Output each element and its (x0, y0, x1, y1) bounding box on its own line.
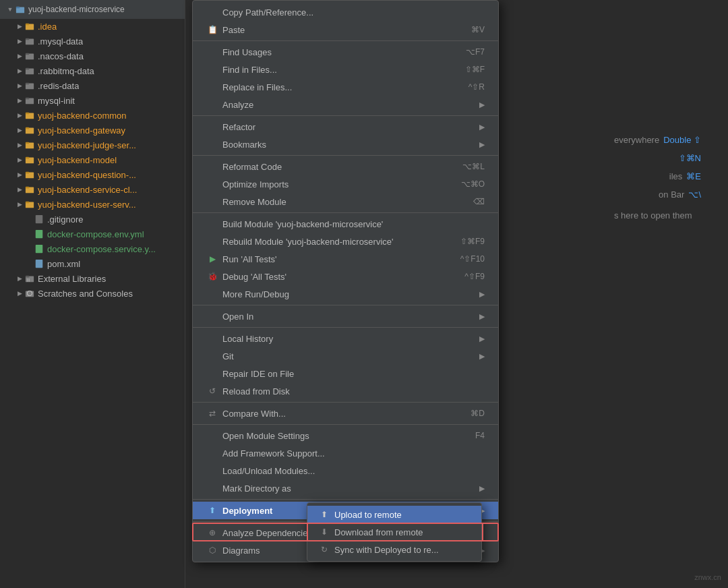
sidebar-item-mysql-data[interactable]: .mysql-data (0, 34, 185, 49)
menu-item-reformat-code[interactable]: Reformat Code ⌥⌘L (193, 158, 498, 175)
sidebar-item-docker-service[interactable]: docker-compose.service.y... (0, 241, 185, 256)
yuoj-model-arrow (15, 155, 24, 165)
download-from-remote-icon: ⬇ (318, 526, 330, 538)
menu-item-build-module[interactable]: Build Module 'yuoj-backend-microservice' (193, 215, 498, 233)
svg-rect-30 (36, 245, 43, 253)
menu-item-open-in[interactable]: Open In ▶ (193, 307, 498, 325)
reformat-icon (206, 160, 218, 173)
menu-item-git[interactable]: Git ▶ (193, 347, 498, 365)
analyze-arrow: ▶ (479, 100, 485, 109)
shortcut-label-4: on Bar (659, 189, 684, 200)
menu-item-find-in-files[interactable]: Find in Files... ⇧⌘F (193, 61, 498, 78)
menu-item-add-framework-support[interactable]: Add Framework Support... (193, 444, 498, 462)
upload-to-remote-icon: ⬆ (318, 508, 330, 521)
compare-with-icon: ⇄ (206, 407, 218, 419)
reformat-shortcut: ⌥⌘L (462, 162, 485, 171)
sidebar-item-yuoj-common[interactable]: yuoj-backend-common (0, 108, 185, 123)
menu-item-bookmarks[interactable]: Bookmarks ▶ (193, 136, 498, 153)
root-arrow[interactable] (5, 5, 15, 14)
menu-item-find-usages[interactable]: Find Usages ⌥F7 (193, 43, 498, 61)
build-module-icon (206, 218, 218, 230)
shortcut-label-3: iles (669, 171, 683, 181)
analyze-icon (206, 98, 218, 111)
menu-item-compare-with[interactable]: ⇄ Compare With... ⌘D (193, 405, 498, 422)
mysql-data-label: .mysql-data (38, 36, 83, 47)
yuoj-gateway-arrow (15, 125, 24, 135)
menu-item-run-all-tests[interactable]: ▶ Run 'All Tests' ^⇧F10 (193, 250, 498, 268)
mysql-init-arrow (15, 96, 24, 105)
open-in-label: Open In (222, 312, 474, 322)
context-menu: Copy Path/Reference... 📋 Paste ⌘V Find U… (192, 0, 499, 562)
menu-item-local-history[interactable]: Local History ▶ (193, 330, 498, 347)
sidebar-item-redis-data[interactable]: .redis-data (0, 78, 185, 93)
mysql-init-icon (24, 95, 35, 106)
nacos-data-arrow (15, 51, 24, 61)
sep-1 (193, 40, 498, 41)
git-label: Git (222, 351, 474, 361)
root-folder-icon (15, 4, 26, 15)
menu-item-replace-in-files[interactable]: Replace in Files... ^⇧R (193, 78, 498, 96)
sidebar-item-yuoj-gateway[interactable]: yuoj-backend-gateway (0, 123, 185, 138)
shortcut-key-1: Double ⇧ (663, 135, 701, 145)
sidebar-item-scratches[interactable]: Scratches and Consoles (0, 286, 185, 301)
submenu-item-sync-with-deployed[interactable]: ↻ Sync with Deployed to re... (307, 541, 481, 558)
shortcut-key-3: ⌘E (686, 171, 701, 181)
menu-item-rebuild-module[interactable]: Rebuild Module 'yuoj-backend-microservic… (193, 233, 498, 250)
menu-item-load-unload-modules[interactable]: Load/Unload Modules... (193, 462, 498, 479)
submenu-item-download-from-remote[interactable]: ⬇ Download from remote (307, 523, 481, 541)
reload-from-disk-label: Reload from Disk (222, 386, 485, 396)
scratches-arrow (15, 289, 24, 298)
menu-item-optimize-imports[interactable]: Optimize Imports ⌥⌘O (193, 175, 498, 193)
mysql-data-arrow (15, 36, 24, 46)
yuoj-service-cl-label: yuoj-backend-service-cl... (38, 185, 137, 195)
sidebar-item-yuoj-service-cl[interactable]: yuoj-backend-service-cl... (0, 182, 185, 197)
menu-item-copy-path[interactable]: Copy Path/Reference... (193, 3, 498, 21)
debug-all-tests-shortcut: ^⇧F9 (464, 272, 485, 281)
sidebar-item-yuoj-user[interactable]: yuoj-backend-user-serv... (0, 197, 185, 212)
mysql-init-label: mysql-init (38, 96, 75, 106)
analyze-label: Analyze (222, 100, 474, 110)
menu-item-paste[interactable]: 📋 Paste ⌘V (193, 21, 498, 38)
run-all-tests-shortcut: ^⇧F10 (460, 254, 485, 264)
hint-text: s here to open them (614, 210, 701, 220)
submenu-item-upload-to-remote[interactable]: ⬆ Upload to remote (307, 506, 481, 523)
sidebar-item-external-libs[interactable]: ||| External Libraries (0, 271, 185, 286)
more-run-debug-icon (206, 288, 218, 300)
menu-item-analyze[interactable]: Analyze ▶ (193, 96, 498, 113)
sidebar-item-yuoj-judge[interactable]: yuoj-backend-judge-ser... (0, 138, 185, 152)
menu-item-remove-module[interactable]: Remove Module ⌫ (193, 193, 498, 210)
menu-item-repair-ide[interactable]: Repair IDE on File (193, 365, 498, 382)
sep-3 (193, 155, 498, 156)
yuoj-user-label: yuoj-backend-user-serv... (38, 200, 136, 210)
gitignore-label: .gitignore (47, 214, 83, 225)
menu-item-refactor[interactable]: Refactor ▶ (193, 118, 498, 136)
sidebar-item-pom[interactable]: pom.xml (0, 256, 185, 271)
menu-item-mark-directory-as[interactable]: Mark Directory as ▶ (193, 479, 498, 497)
find-usages-label: Find Usages (222, 47, 452, 57)
sep-6 (193, 327, 498, 328)
rabbitmq-data-label: .rabbitmq-data (38, 66, 94, 76)
menu-item-open-module-settings[interactable]: Open Module Settings F4 (193, 427, 498, 444)
paste-label: Paste (222, 25, 458, 35)
sidebar-item-docker-env[interactable]: docker-compose.env.yml (0, 227, 185, 241)
sidebar-item-gitignore[interactable]: .gitignore (0, 212, 185, 227)
sidebar-item-yuoj-question[interactable]: yuoj-backend-question-... (0, 167, 185, 182)
mark-directory-arrow: ▶ (479, 484, 485, 493)
menu-item-more-run-debug[interactable]: More Run/Debug ▶ (193, 285, 498, 303)
menu-item-debug-all-tests[interactable]: 🐞 Debug 'All Tests' ^⇧F9 (193, 268, 498, 285)
sidebar-item-mysql-init[interactable]: mysql-init (0, 93, 185, 108)
yuoj-common-icon (24, 110, 35, 121)
svg-rect-25 (26, 187, 29, 189)
sidebar-item-rabbitmq-data[interactable]: .rabbitmq-data (0, 63, 185, 78)
sidebar-item-idea[interactable]: .idea (0, 19, 185, 34)
reformat-code-label: Reformat Code (222, 162, 449, 172)
mysql-data-icon (24, 36, 35, 47)
shortcut-key-4: ⌥\ (688, 189, 701, 200)
docker-service-label: docker-compose.service.y... (47, 244, 156, 254)
sidebar-item-yuoj-model[interactable]: yuoj-backend-model (0, 152, 185, 167)
replace-in-files-icon (206, 81, 218, 93)
sep-9 (193, 499, 498, 500)
pom-arrow (24, 259, 34, 268)
sidebar-item-nacos-data[interactable]: .nacos-data (0, 49, 185, 63)
menu-item-reload-from-disk[interactable]: ↺ Reload from Disk (193, 382, 498, 400)
